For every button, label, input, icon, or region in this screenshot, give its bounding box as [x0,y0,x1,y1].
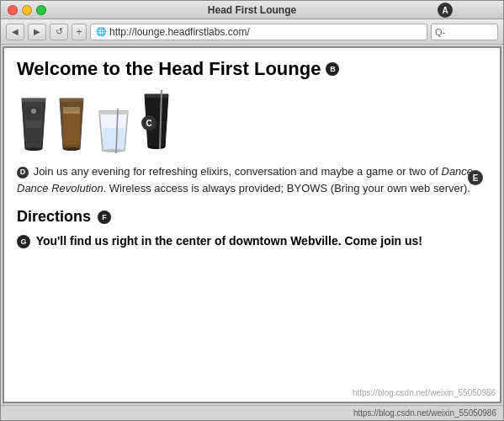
minimize-button[interactable] [22,5,32,15]
svg-rect-16 [145,94,168,98]
directions-text-content: You'll find us right in the center of do… [36,234,422,248]
browser-toolbar: ◀ ▶ ↺ + 🌐 http://lounge.headfirstlabs.co… [1,19,503,45]
page-heading: Welcome to the Head First Lounge B [17,58,487,80]
browser-content: Welcome to the Head First Lounge B [3,46,501,403]
drinks-images-row: C E [17,90,487,153]
heading-text: Welcome to the Head First Lounge [17,58,321,80]
svg-rect-8 [63,111,80,145]
browser-window: Head First Lounge A ◀ ▶ ↺ + 🌐 http://lou… [0,0,504,421]
annotation-e-container: E [468,170,483,185]
body-text-part1: Join us any evening for refreshing elixi… [34,165,442,178]
refresh-button[interactable]: ↺ [50,24,68,40]
annotation-c-container: C [141,115,157,131]
svg-rect-12 [103,128,125,151]
svg-rect-11 [99,111,128,115]
url-text: http://lounge.headfirstlabs.com/ [109,26,250,38]
glass-svg-3 [93,107,135,153]
body-text-part2: . Wireless access is always provided; BY… [103,182,470,195]
svg-point-13 [103,149,125,152]
url-icon: 🌐 [96,27,106,36]
search-placeholder: Q- [435,27,445,37]
annotation-e-badge: E [468,170,483,185]
annotation-f-badge: F [98,210,111,224]
glass-svg-1 [17,94,50,153]
svg-point-4 [31,109,36,114]
title-bar: Head First Lounge A [1,1,503,19]
maximize-button[interactable] [36,5,46,15]
window-controls [8,5,46,15]
drink-glass-3 [93,107,135,153]
url-bar[interactable]: 🌐 http://lounge.headfirstlabs.com/ [90,24,427,40]
add-tab-button[interactable]: + [72,24,87,40]
svg-rect-1 [22,99,45,102]
annotation-c-badge: C [141,115,157,131]
window-title: Head First Lounge [208,4,296,16]
search-bar[interactable]: Q- [431,24,498,40]
directions-heading-text: Directions [17,208,91,225]
svg-point-17 [148,146,165,149]
close-button[interactable] [8,5,18,15]
watermark: https://blog.csdn.net/weixin_55050986 [353,388,496,397]
annotation-d-badge: D [17,167,29,179]
annotation-b-badge: B [326,62,339,76]
body-paragraph: D Join us any evening for refreshing eli… [17,163,487,196]
annotation-g-badge: G [17,235,30,248]
svg-rect-6 [60,99,83,102]
glass-svg-2 [56,94,88,153]
annotation-a-label: A [438,3,453,18]
svg-point-2 [25,147,42,151]
drink-glass-2 [56,94,88,153]
directions-paragraph: G You'll find us right in the center of … [17,232,487,250]
drink-glass-1 [17,94,50,153]
back-button[interactable]: ◀ [6,24,24,40]
directions-heading: Directions F [17,208,487,226]
status-url: https://blog.csdn.net/weixin_55050986 [353,408,496,418]
svg-rect-9 [63,107,80,114]
svg-rect-3 [25,120,42,128]
annotation-a-badge: A [438,3,453,18]
status-bar: https://blog.csdn.net/weixin_55050986 [1,405,503,420]
svg-point-7 [63,147,80,151]
forward-button[interactable]: ▶ [28,24,46,40]
